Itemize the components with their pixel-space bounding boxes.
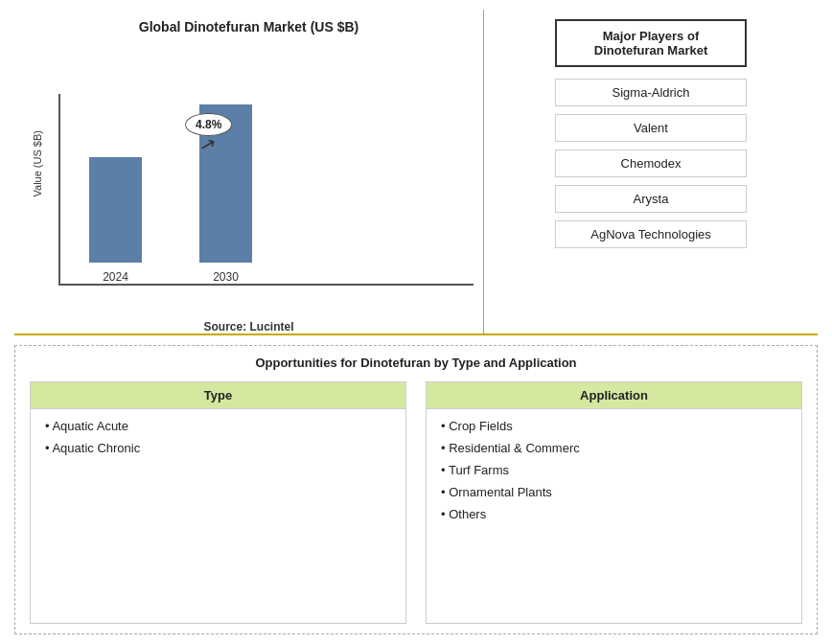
bottom-title: Opportunities for Dinotefuran by Type an… <box>30 356 802 370</box>
player-sigma: Sigma-Aldrich <box>555 79 747 106</box>
chart-inner: Value (US $B) 4.8% ↗ 2024 <box>24 42 474 314</box>
player-valent: Valent <box>555 114 747 142</box>
bar-group-2024: 2024 <box>89 157 142 284</box>
y-axis-label: Value (US $B) <box>32 130 43 197</box>
type-header: Type <box>31 382 405 409</box>
type-column: Type Aquatic Acute Aquatic Chronic <box>30 381 406 624</box>
bar-2024 <box>89 157 142 263</box>
player-agnova: AgNova Technologies <box>555 220 747 248</box>
bar-label-2030: 2030 <box>213 270 239 284</box>
app-item-4: Ornamental Plants <box>441 485 787 499</box>
application-column: Application Crop Fields Residential & Co… <box>426 381 802 624</box>
type-content: Aquatic Acute Aquatic Chronic <box>31 409 405 623</box>
bottom-section: Opportunities for Dinotefuran by Type an… <box>14 345 818 634</box>
app-item-1: Crop Fields <box>441 419 787 433</box>
main-container: Global Dinotefuran Market (US $B) Value … <box>0 0 832 644</box>
app-item-5: Others <box>441 507 787 521</box>
bar-label-2024: 2024 <box>103 270 128 284</box>
player-arysta: Arysta <box>555 185 747 213</box>
growth-annotation: 4.8% ↗ <box>185 113 232 155</box>
app-item-3: Turf Farms <box>441 463 787 477</box>
application-content: Crop Fields Residential & Commerc Turf F… <box>427 409 801 623</box>
chart-title: Global Dinotefuran Market (US $B) <box>139 19 358 34</box>
application-header: Application <box>427 382 801 409</box>
type-item-1: Aquatic Acute <box>45 419 391 433</box>
source-label: Source: Lucintel <box>203 320 293 334</box>
player-chemodex: Chemodex <box>555 150 747 177</box>
type-item-2: Aquatic Chronic <box>45 441 391 455</box>
app-item-2: Residential & Commerc <box>441 441 787 455</box>
players-title: Major Players of Dinotefuran Market <box>555 19 747 67</box>
top-section: Global Dinotefuran Market (US $B) Value … <box>14 10 818 335</box>
bottom-columns: Type Aquatic Acute Aquatic Chronic Appli… <box>30 381 802 624</box>
bars-container: 4.8% ↗ 2024 2030 <box>58 94 474 286</box>
players-area: Major Players of Dinotefuran Market Sigm… <box>484 10 818 334</box>
chart-area: Global Dinotefuran Market (US $B) Value … <box>14 10 484 334</box>
